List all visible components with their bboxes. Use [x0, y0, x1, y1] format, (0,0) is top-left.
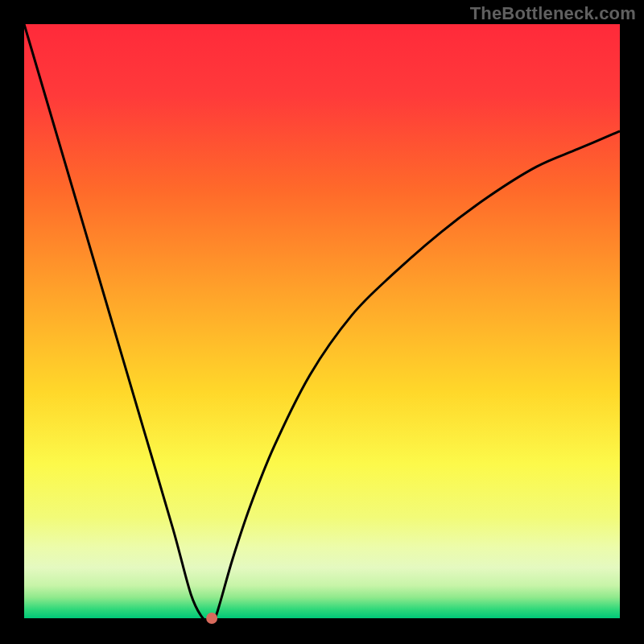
watermark-text: TheBottleneck.com — [470, 3, 636, 24]
optimal-point-marker — [206, 613, 217, 624]
bottleneck-chart — [0, 0, 644, 644]
plot-background — [24, 24, 620, 618]
chart-frame: TheBottleneck.com — [0, 0, 644, 644]
